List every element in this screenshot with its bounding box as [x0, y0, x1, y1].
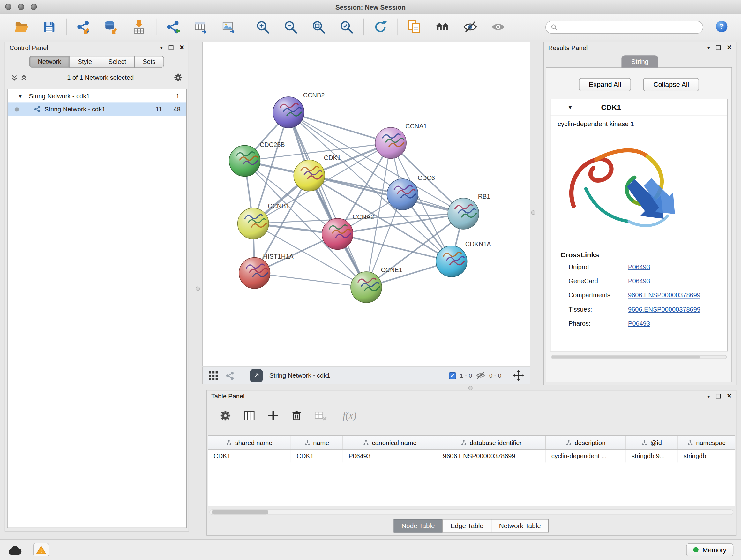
panel-close-icon[interactable]: ×	[180, 45, 185, 51]
crosslink-pharos-link[interactable]: P06493	[628, 317, 650, 331]
delete-table-button[interactable]	[314, 410, 327, 422]
show-all-button[interactable]	[489, 17, 507, 37]
panel-close-icon[interactable]: ×	[727, 393, 732, 399]
tab-sets[interactable]: Sets	[134, 56, 164, 68]
search-input[interactable]	[561, 23, 698, 30]
network-node-CDC25B[interactable]	[229, 145, 260, 176]
open-session-button[interactable]	[12, 17, 30, 37]
fit-selected-button[interactable]	[513, 370, 524, 381]
tree-expander-icon[interactable]: ▼	[18, 93, 23, 98]
network-node-HIST1H1A[interactable]	[239, 258, 270, 289]
create-column-button[interactable]	[267, 409, 280, 422]
table-options-button[interactable]	[219, 409, 232, 422]
delete-column-button[interactable]	[291, 409, 302, 422]
panel-menu-icon[interactable]: ▾	[708, 394, 710, 399]
cell-namespace[interactable]: stringdb	[678, 449, 735, 462]
zoom-out-button[interactable]	[282, 17, 300, 37]
network-node-CCNA2[interactable]	[322, 219, 353, 249]
new-network-button[interactable]	[164, 17, 182, 37]
cell-description[interactable]: cyclin-dependent ...	[546, 449, 626, 462]
apply-layout-button[interactable]	[372, 17, 389, 37]
section-expander-icon[interactable]: ▼	[568, 105, 573, 110]
tab-style[interactable]: Style	[69, 56, 100, 68]
hide-selected-button[interactable]	[461, 17, 479, 37]
tab-select[interactable]: Select	[100, 56, 135, 68]
cloud-status-button[interactable]	[8, 544, 22, 556]
memory-button[interactable]: Memory	[686, 543, 733, 556]
import-network-from-file-button[interactable]	[74, 17, 92, 37]
zoom-fit-button[interactable]	[310, 17, 327, 37]
cell-id[interactable]: stringdb:9...	[626, 449, 678, 462]
network-node-CCNA1[interactable]	[375, 127, 406, 159]
zoom-selected-button[interactable]	[337, 17, 355, 37]
gene-section-header[interactable]: ▼ CDK1	[550, 99, 727, 115]
collapse-all-button[interactable]: Collapse All	[643, 78, 699, 91]
network-canvas[interactable]: CCNB2CCNA1CDC25BCDK1CDC6RB1CCNB1CCNA2CDK…	[202, 42, 530, 366]
left-splitter-handle[interactable]	[196, 287, 200, 291]
network-edge-CCNB2-CCNA1[interactable]	[288, 112, 391, 143]
grid-view-button[interactable]	[208, 370, 218, 380]
column-header-shared-name[interactable]: shared name	[208, 436, 291, 449]
panel-float-icon[interactable]	[169, 45, 174, 50]
cell-database-identifier[interactable]: 9606.ENSP00000378699	[437, 449, 546, 462]
detach-view-button[interactable]	[250, 369, 263, 382]
cell-name[interactable]: CDK1	[291, 449, 343, 462]
tab-network[interactable]: Network	[29, 56, 70, 68]
bottom-splitter-handle[interactable]	[468, 386, 473, 390]
column-header-canonical-name[interactable]: canonical name	[343, 436, 437, 449]
right-splitter-handle[interactable]	[531, 210, 536, 214]
network-node-CDC6[interactable]	[387, 179, 418, 210]
save-session-button[interactable]	[40, 17, 58, 37]
cell-canonical-name[interactable]: P06493	[343, 449, 437, 462]
network-node-CDK1[interactable]	[293, 160, 325, 191]
column-header-database-identifier[interactable]: database identifier	[437, 436, 546, 449]
network-node-CDKN1A[interactable]	[436, 246, 467, 277]
network-row-selected[interactable]: String Network - cdk1 11 48	[8, 103, 186, 116]
network-node-RB1[interactable]	[448, 198, 479, 229]
network-node-CCNE1[interactable]	[351, 272, 382, 303]
table-horizontal-scrollbar[interactable]	[209, 509, 733, 515]
panel-menu-icon[interactable]: ▾	[160, 45, 162, 50]
import-network-from-database-button[interactable]	[102, 17, 120, 37]
network-edge-HIST1H1A-CCNE1[interactable]	[255, 273, 366, 287]
clone-network-button[interactable]	[406, 17, 423, 37]
expand-all-button[interactable]: Expand All	[579, 78, 631, 91]
expand-all-icon[interactable]	[20, 74, 27, 81]
new-table-button[interactable]	[192, 17, 210, 37]
network-collection-row[interactable]: ▼ String Network - cdk1 1	[8, 89, 186, 103]
table-row[interactable]: CDK1 CDK1 P06493 9606.ENSP00000378699 cy…	[208, 449, 735, 462]
network-view-button[interactable]	[225, 370, 235, 380]
import-table-from-file-button[interactable]	[130, 17, 148, 37]
crosslink-tissues-link[interactable]: 9606.ENSP00000378699	[628, 303, 700, 317]
panel-close-icon[interactable]: ×	[727, 45, 732, 51]
selection-checkbox-icon[interactable]	[449, 372, 456, 379]
tab-edge-table[interactable]: Edge Table	[442, 519, 491, 532]
scrollbar-thumb[interactable]	[551, 356, 700, 359]
function-builder-button[interactable]: f(x)	[343, 410, 356, 422]
cell-shared-name[interactable]: CDK1	[208, 449, 291, 462]
export-image-button[interactable]	[220, 17, 238, 37]
crosslink-compartments-link[interactable]: 9606.ENSP00000378699	[628, 288, 700, 302]
scrollbar-thumb[interactable]	[212, 509, 268, 514]
results-horizontal-scrollbar[interactable]	[551, 355, 727, 359]
column-header-description[interactable]: description	[546, 436, 626, 449]
network-node-CCNB1[interactable]	[238, 208, 269, 239]
zoom-in-button[interactable]	[254, 17, 272, 37]
collapse-all-icon[interactable]	[11, 74, 18, 81]
column-header-name[interactable]: name	[291, 436, 343, 449]
column-header-id[interactable]: @id	[626, 436, 678, 449]
help-button[interactable]: ?	[715, 19, 729, 35]
overview-button[interactable]	[433, 17, 451, 37]
network-edge-CCNB2-CCNE1[interactable]	[288, 112, 366, 287]
panel-float-icon[interactable]	[716, 394, 721, 399]
crosslink-genecard-link[interactable]: P06493	[628, 274, 650, 288]
show-columns-button[interactable]	[243, 409, 256, 422]
network-options-gear-icon[interactable]	[173, 73, 183, 82]
crosslink-uniprot-link[interactable]: P06493	[628, 260, 650, 274]
panel-float-icon[interactable]	[716, 45, 721, 50]
panel-menu-icon[interactable]: ▾	[708, 45, 710, 50]
tab-network-table[interactable]: Network Table	[491, 519, 549, 532]
tab-string[interactable]: String	[621, 55, 658, 68]
column-header-namespace[interactable]: namespac	[678, 436, 735, 449]
network-node-CCNB2[interactable]	[273, 97, 304, 128]
